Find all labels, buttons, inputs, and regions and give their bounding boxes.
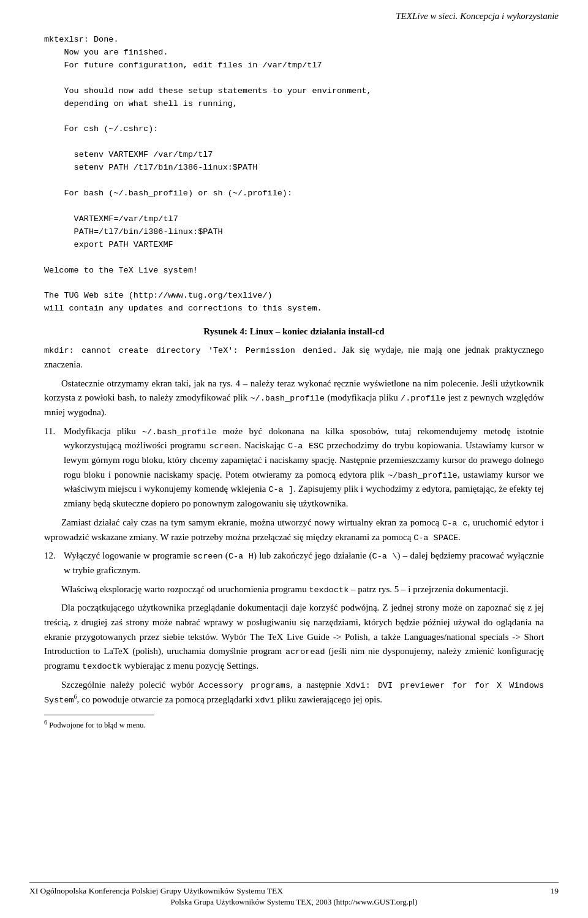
footnote-ref-6: 6 (74, 693, 77, 700)
list-item-11: 11. Modyfikacja pliku ~/.bash_profile mo… (44, 424, 544, 511)
main-content: mktexlsr: Done. Now you are finished. Fo… (0, 25, 588, 731)
paragraph-5: Dla początkującego użytkownika przegląda… (44, 601, 544, 673)
footnote-6: 6 Podwojone for to błąd w menu. (44, 718, 544, 731)
code-line-7: setenv VARTEXMF /var/tmp/tl7 (44, 149, 544, 162)
code-line-blank1 (44, 72, 544, 85)
figure-caption: Rysunek 4: Linux – koniec działania inst… (44, 326, 544, 337)
footer-page-number: 19 (551, 886, 559, 896)
page: TEXLive w sieci. Koncepcja i wykorzystan… (0, 0, 588, 918)
code-line-2: Now you are finished. (44, 47, 544, 59)
code-line-10: VARTEXMF=/var/tmp/tl7 (44, 213, 544, 226)
paragraph-6: Szczególnie należy polecić wybór Accesso… (44, 678, 544, 707)
code-line-4: You should now add these setup statement… (44, 85, 544, 98)
code-line-15: will contain any updates and corrections… (44, 303, 544, 315)
code-line-11: PATH=/tl7/bin/i386-linux:$PATH (44, 226, 544, 239)
terminal-block: mktexlsr: Done. Now you are finished. Fo… (44, 34, 544, 315)
item-11-number: 11. (44, 424, 64, 511)
footnote-divider (44, 715, 154, 715)
paragraph-2: Ostatecznie otrzymamy ekran taki, jak na… (44, 377, 544, 420)
code-line-12: export PATH VARTEXMF (44, 239, 544, 252)
footnote-number: 6 (44, 719, 47, 726)
code-line-13: Welcome to the TeX Live system! (44, 265, 544, 277)
code-line-5: depending on what shell is running, (44, 98, 544, 111)
paragraph-4: Właściwą eksplorację warto rozpocząć od … (44, 582, 544, 597)
figure-caption-text: Rysunek 4: Linux – koniec działania inst… (203, 326, 384, 336)
code-line-blank5 (44, 200, 544, 213)
code-line-1: mktexlsr: Done. (44, 34, 544, 47)
code-line-blank7 (44, 277, 544, 290)
code-line-8: setenv PATH /tl7/bin/i386-linux:$PATH (44, 162, 544, 175)
code-line-14: The TUG Web site (http://www.tug.org/tex… (44, 290, 544, 303)
mkdir-paragraph: mkdir: cannot create directory 'TeX': Pe… (44, 343, 544, 372)
mkdir-command: mkdir: cannot create directory 'TeX': Pe… (44, 346, 337, 355)
footnote-text: Podwojone for to błąd w menu. (49, 721, 146, 729)
paragraph-3: Zamiast działać cały czas na tym samym e… (44, 516, 544, 544)
code-line-3: For future configuration, edit files in … (44, 59, 544, 72)
footer-left-text: XI Ogólnopolska Konferencja Polskiej Gru… (29, 886, 283, 896)
para2-text: Ostatecznie otrzymamy ekran taki, jak na… (44, 378, 544, 417)
page-header: TEXLive w sieci. Koncepcja i wykorzystan… (0, 0, 588, 25)
item-12-content: Wyłączyć logowanie w programie screen (C… (64, 549, 544, 578)
header-text: TEXLive w sieci. Koncepcja i wykorzystan… (396, 11, 559, 21)
item-12-number: 12. (44, 549, 64, 578)
footer-bottom-text: Polska Grupa Użytkowników Systemu TEX, 2… (29, 897, 559, 907)
page-footer: XI Ogólnopolska Konferencja Polskiej Gru… (0, 882, 588, 907)
footer-top: XI Ogólnopolska Konferencja Polskiej Gru… (29, 882, 559, 896)
code-line-blank6 (44, 252, 544, 265)
code-line-blank3 (44, 136, 544, 149)
code-line-blank4 (44, 175, 544, 187)
code-line-blank2 (44, 111, 544, 124)
code-line-9: For bash (~/.bash_profile) or sh (~/.pro… (44, 187, 544, 200)
list-item-12: 12. Wyłączyć logowanie w programie scree… (44, 549, 544, 578)
item-11-content: Modyfikacja pliku ~/.bash_profile może b… (64, 424, 544, 511)
code-line-6: For csh (~/.cshrc): (44, 123, 544, 136)
